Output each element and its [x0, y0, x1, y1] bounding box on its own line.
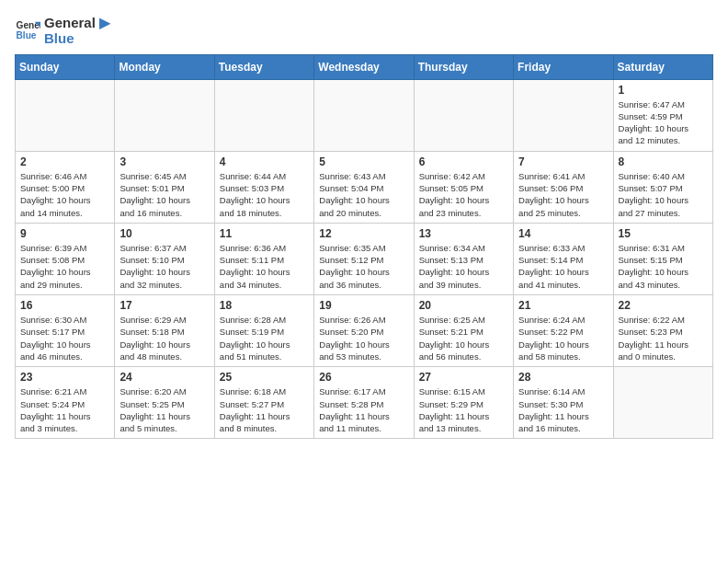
day-number: 20: [419, 299, 508, 312]
day-info: Sunrise: 6:45 AM Sunset: 5:01 PM Dayligh…: [119, 170, 209, 219]
weekday-monday: Monday: [115, 54, 214, 79]
calendar-cell: 13Sunrise: 6:34 AM Sunset: 5:13 PM Dayli…: [414, 223, 513, 294]
calendar-cell: 26Sunrise: 6:17 AM Sunset: 5:28 PM Dayli…: [314, 367, 414, 439]
day-number: 21: [518, 299, 608, 312]
day-info: Sunrise: 6:35 AM Sunset: 5:12 PM Dayligh…: [319, 242, 408, 291]
day-info: Sunrise: 6:43 AM Sunset: 5:04 PM Dayligh…: [319, 170, 408, 219]
day-info: Sunrise: 6:31 AM Sunset: 5:15 PM Dayligh…: [619, 242, 708, 291]
day-number: 16: [20, 299, 109, 312]
day-info: Sunrise: 6:36 AM Sunset: 5:11 PM Dayligh…: [220, 242, 309, 291]
day-info: Sunrise: 6:30 AM Sunset: 5:17 PM Dayligh…: [20, 314, 109, 362]
calendar-cell: 18Sunrise: 6:28 AM Sunset: 5:19 PM Dayli…: [214, 295, 313, 367]
calendar-cell: 10Sunrise: 6:37 AM Sunset: 5:10 PM Dayli…: [115, 223, 214, 294]
calendar-cell: 16Sunrise: 6:30 AM Sunset: 5:17 PM Dayli…: [16, 295, 115, 367]
day-number: 5: [319, 155, 408, 168]
calendar-cell: 2Sunrise: 6:46 AM Sunset: 5:00 PM Daylig…: [16, 151, 115, 223]
calendar-cell: 22Sunrise: 6:22 AM Sunset: 5:23 PM Dayli…: [613, 295, 712, 367]
calendar-cell: [16, 79, 115, 151]
day-number: 13: [419, 227, 508, 240]
day-number: 17: [119, 299, 209, 312]
calendar-cell: 23Sunrise: 6:21 AM Sunset: 5:24 PM Dayli…: [16, 367, 115, 439]
day-info: Sunrise: 6:26 AM Sunset: 5:20 PM Dayligh…: [319, 314, 408, 362]
day-number: 2: [20, 155, 109, 168]
calendar-cell: 3Sunrise: 6:45 AM Sunset: 5:01 PM Daylig…: [115, 151, 214, 223]
calendar-cell: 25Sunrise: 6:18 AM Sunset: 5:27 PM Dayli…: [214, 367, 313, 439]
day-number: 9: [20, 227, 109, 240]
day-number: 15: [619, 227, 708, 240]
calendar-cell: 1Sunrise: 6:47 AM Sunset: 4:59 PM Daylig…: [613, 79, 712, 151]
weekday-wednesday: Wednesday: [314, 54, 414, 79]
weekday-sunday: Sunday: [16, 54, 115, 79]
day-info: Sunrise: 6:39 AM Sunset: 5:08 PM Dayligh…: [20, 242, 109, 291]
calendar-cell: 6Sunrise: 6:42 AM Sunset: 5:05 PM Daylig…: [414, 151, 513, 223]
day-number: 12: [319, 227, 408, 240]
calendar-cell: [514, 79, 613, 151]
day-info: Sunrise: 6:15 AM Sunset: 5:29 PM Dayligh…: [419, 385, 508, 434]
calendar-cell: 27Sunrise: 6:15 AM Sunset: 5:29 PM Dayli…: [414, 367, 513, 439]
day-info: Sunrise: 6:20 AM Sunset: 5:25 PM Dayligh…: [119, 385, 209, 434]
logo: General Blue General ▶ Blue: [15, 15, 110, 47]
day-number: 22: [619, 299, 708, 312]
day-info: Sunrise: 6:14 AM Sunset: 5:30 PM Dayligh…: [518, 385, 608, 434]
calendar-week-5: 23Sunrise: 6:21 AM Sunset: 5:24 PM Dayli…: [16, 367, 713, 439]
day-info: Sunrise: 6:25 AM Sunset: 5:21 PM Dayligh…: [419, 314, 508, 362]
calendar-cell: 7Sunrise: 6:41 AM Sunset: 5:06 PM Daylig…: [514, 151, 613, 223]
day-number: 1: [619, 84, 708, 97]
calendar-cell: [613, 367, 712, 439]
calendar-cell: [214, 79, 313, 151]
weekday-saturday: Saturday: [613, 54, 712, 79]
day-number: 26: [319, 371, 408, 384]
day-number: 18: [220, 299, 309, 312]
svg-text:Blue: Blue: [17, 31, 37, 41]
day-number: 28: [518, 371, 608, 384]
day-number: 14: [518, 227, 608, 240]
day-number: 24: [119, 371, 209, 384]
calendar-cell: 5Sunrise: 6:43 AM Sunset: 5:04 PM Daylig…: [314, 151, 414, 223]
day-number: 4: [220, 155, 309, 168]
calendar-week-1: 1Sunrise: 6:47 AM Sunset: 4:59 PM Daylig…: [16, 79, 713, 151]
day-info: Sunrise: 6:17 AM Sunset: 5:28 PM Dayligh…: [319, 385, 408, 434]
calendar-cell: 14Sunrise: 6:33 AM Sunset: 5:14 PM Dayli…: [514, 223, 613, 294]
calendar-cell: 17Sunrise: 6:29 AM Sunset: 5:18 PM Dayli…: [115, 295, 214, 367]
day-number: 7: [518, 155, 608, 168]
calendar-cell: 24Sunrise: 6:20 AM Sunset: 5:25 PM Dayli…: [115, 367, 214, 439]
logo-icon: General Blue: [15, 17, 40, 43]
header: General Blue General ▶ Blue: [15, 15, 713, 47]
day-number: 27: [419, 371, 508, 384]
day-info: Sunrise: 6:44 AM Sunset: 5:03 PM Dayligh…: [220, 170, 309, 219]
calendar-cell: [314, 79, 414, 151]
weekday-friday: Friday: [514, 54, 613, 79]
calendar-cell: 19Sunrise: 6:26 AM Sunset: 5:20 PM Dayli…: [314, 295, 414, 367]
calendar-cell: 9Sunrise: 6:39 AM Sunset: 5:08 PM Daylig…: [16, 223, 115, 294]
day-info: Sunrise: 6:22 AM Sunset: 5:23 PM Dayligh…: [619, 314, 708, 362]
day-info: Sunrise: 6:18 AM Sunset: 5:27 PM Dayligh…: [220, 385, 309, 434]
calendar-cell: 11Sunrise: 6:36 AM Sunset: 5:11 PM Dayli…: [214, 223, 313, 294]
day-info: Sunrise: 6:42 AM Sunset: 5:05 PM Dayligh…: [419, 170, 508, 219]
calendar-week-3: 9Sunrise: 6:39 AM Sunset: 5:08 PM Daylig…: [16, 223, 713, 294]
calendar-cell: [414, 79, 513, 151]
day-info: Sunrise: 6:37 AM Sunset: 5:10 PM Dayligh…: [119, 242, 209, 291]
day-info: Sunrise: 6:47 AM Sunset: 4:59 PM Dayligh…: [619, 98, 708, 147]
logo-text: General ▶ Blue: [44, 15, 110, 47]
day-info: Sunrise: 6:21 AM Sunset: 5:24 PM Dayligh…: [20, 385, 109, 434]
day-number: 19: [319, 299, 408, 312]
calendar-table: SundayMondayTuesdayWednesdayThursdayFrid…: [15, 54, 713, 440]
calendar-cell: 20Sunrise: 6:25 AM Sunset: 5:21 PM Dayli…: [414, 295, 513, 367]
day-info: Sunrise: 6:24 AM Sunset: 5:22 PM Dayligh…: [518, 314, 608, 362]
day-number: 25: [220, 371, 309, 384]
day-info: Sunrise: 6:46 AM Sunset: 5:00 PM Dayligh…: [20, 170, 109, 219]
day-number: 23: [20, 371, 109, 384]
day-info: Sunrise: 6:33 AM Sunset: 5:14 PM Dayligh…: [518, 242, 608, 291]
calendar-cell: 21Sunrise: 6:24 AM Sunset: 5:22 PM Dayli…: [514, 295, 613, 367]
calendar-week-4: 16Sunrise: 6:30 AM Sunset: 5:17 PM Dayli…: [16, 295, 713, 367]
day-info: Sunrise: 6:29 AM Sunset: 5:18 PM Dayligh…: [119, 314, 209, 362]
calendar-cell: [115, 79, 214, 151]
calendar-cell: 8Sunrise: 6:40 AM Sunset: 5:07 PM Daylig…: [613, 151, 712, 223]
calendar-cell: 4Sunrise: 6:44 AM Sunset: 5:03 PM Daylig…: [214, 151, 313, 223]
weekday-tuesday: Tuesday: [214, 54, 313, 79]
day-info: Sunrise: 6:28 AM Sunset: 5:19 PM Dayligh…: [220, 314, 309, 362]
day-info: Sunrise: 6:41 AM Sunset: 5:06 PM Dayligh…: [518, 170, 608, 219]
day-number: 8: [619, 155, 708, 168]
calendar-cell: 12Sunrise: 6:35 AM Sunset: 5:12 PM Dayli…: [314, 223, 414, 294]
day-number: 3: [119, 155, 209, 168]
